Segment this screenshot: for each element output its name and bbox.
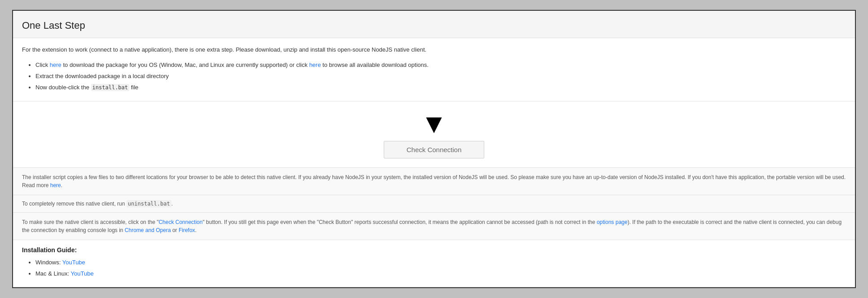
windows-youtube-link[interactable]: YouTube — [62, 259, 85, 266]
download-link-2[interactable]: here — [309, 61, 321, 68]
read-more-link[interactable]: here — [50, 182, 61, 188]
list-item: Extract the downloaded package in a loca… — [35, 71, 846, 81]
installation-list: Windows: YouTube Mac & Linux: YouTube — [22, 257, 846, 279]
chrome-opera-link[interactable]: Chrome and Opera — [125, 227, 171, 233]
installation-title: Installation Guide: — [22, 246, 846, 254]
list-item: Mac & Linux: YouTube — [35, 268, 846, 279]
check-connection-link[interactable]: Check Connection — [158, 219, 202, 225]
remove-section: To completely remove this native client,… — [13, 195, 855, 213]
debug-section: To make sure the native client is access… — [13, 213, 855, 240]
list-item: Click here to download the package for y… — [35, 60, 846, 70]
header-section: One Last Step — [13, 11, 855, 38]
check-connection-button[interactable]: Check Connection — [384, 141, 485, 158]
down-arrow-icon: ▼ — [421, 110, 447, 137]
mac-youtube-link[interactable]: YouTube — [71, 270, 94, 277]
list-item: Windows: YouTube — [35, 257, 846, 267]
list-item: Now double-click the install.bat file — [35, 82, 846, 93]
installation-section: Installation Guide: Windows: YouTube Mac… — [13, 240, 855, 286]
uninstall-bat-code: uninstall.bat — [127, 200, 171, 207]
firefox-link[interactable]: Firefox — [179, 227, 195, 233]
download-link-1[interactable]: here — [50, 61, 61, 68]
page-title: One Last Step — [22, 20, 846, 31]
bullet-list: Click here to download the package for y… — [22, 60, 846, 93]
page-container: One Last Step For the extension to work … — [12, 10, 856, 288]
options-page-link[interactable]: options page — [596, 219, 627, 225]
arrow-button-section: ▼ Check Connection — [13, 101, 855, 168]
intro-text: For the extension to work (connect to a … — [22, 45, 846, 54]
info-section: The installer script copies a few files … — [13, 168, 855, 195]
content-section: For the extension to work (connect to a … — [13, 38, 855, 101]
install-bat-code: install.bat — [91, 84, 129, 91]
